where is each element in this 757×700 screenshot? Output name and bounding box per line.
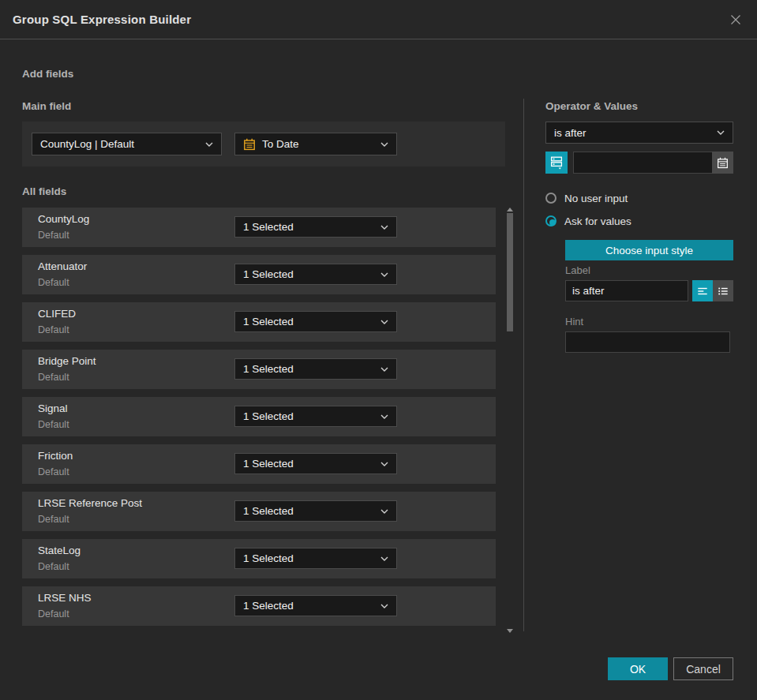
- field-subtitle: Default: [38, 561, 69, 572]
- list-input-style-button[interactable]: [713, 280, 733, 301]
- calendar-icon: [243, 138, 256, 151]
- value-row: [545, 152, 733, 174]
- chevron-down-icon: [380, 604, 388, 608]
- user-input-radio-group: No user input Ask for values: [545, 190, 733, 236]
- value-source-button[interactable]: [545, 152, 568, 174]
- chevron-down-icon: [380, 225, 388, 230]
- field-name: Signal: [38, 402, 68, 414]
- field-values-select[interactable]: 1 Selected: [234, 595, 397, 616]
- dialog-header: Group SQL Expression Builder: [0, 0, 757, 39]
- field-values-select[interactable]: 1 Selected: [234, 406, 397, 427]
- field-values-select[interactable]: 1 Selected: [234, 453, 397, 474]
- chevron-down-icon: [380, 414, 388, 419]
- field-subtitle: Default: [38, 324, 69, 335]
- field-values-select-value: 1 Selected: [243, 600, 294, 612]
- field-values-select-value: 1 Selected: [243, 458, 294, 470]
- field-values-select[interactable]: 1 Selected: [234, 311, 397, 332]
- field-row: LRSE NHS Default 1 Selected: [22, 586, 496, 626]
- choose-input-style-button[interactable]: Choose input style: [565, 240, 733, 260]
- all-fields-list: CountyLog Default 1 Selected Attenuator …: [22, 208, 496, 634]
- label-input[interactable]: [565, 280, 688, 301]
- group-sql-expression-builder-dialog: Group SQL Expression Builder Add fields …: [0, 0, 757, 700]
- stacked-values-icon: [550, 155, 563, 170]
- ok-button[interactable]: OK: [608, 657, 668, 680]
- field-values-select[interactable]: 1 Selected: [234, 358, 397, 380]
- main-field-select-value: CountyLog | Default: [40, 138, 134, 150]
- radio-icon: [545, 215, 557, 226]
- field-row: Bridge Point Default 1 Selected: [22, 350, 496, 389]
- field-subtitle: Default: [38, 419, 69, 430]
- scrollbar-thumb[interactable]: [507, 213, 513, 331]
- close-icon[interactable]: [727, 11, 744, 28]
- scroll-up-arrow-icon[interactable]: [507, 208, 513, 211]
- single-input-style-button[interactable]: [692, 280, 713, 301]
- cancel-button[interactable]: Cancel: [673, 657, 733, 680]
- field-values-select-value: 1 Selected: [243, 268, 294, 280]
- field-subtitle: Default: [38, 608, 69, 620]
- field-values-select-value: 1 Selected: [243, 221, 294, 233]
- field-name: StateLog: [38, 545, 81, 556]
- field-subtitle: Default: [38, 514, 69, 525]
- field-subtitle: Default: [38, 230, 69, 241]
- radio-label: Ask for values: [564, 215, 631, 227]
- operator-values-heading: Operator & Values: [545, 100, 638, 112]
- radio-ask-for-values[interactable]: Ask for values: [545, 213, 733, 229]
- field-row: Attenuator Default 1 Selected: [22, 255, 496, 294]
- field-values-select-value: 1 Selected: [243, 363, 294, 375]
- scroll-down-arrow-icon[interactable]: [507, 629, 513, 633]
- field-name: CountyLog: [38, 213, 89, 225]
- value-input[interactable]: [573, 152, 733, 174]
- dialog-title: Group SQL Expression Builder: [13, 13, 191, 26]
- panel-divider: [523, 99, 524, 631]
- chevron-down-icon: [380, 509, 388, 514]
- field-values-select[interactable]: 1 Selected: [234, 264, 397, 285]
- add-fields-heading: Add fields: [22, 68, 73, 80]
- field-row: StateLog Default 1 Selected: [22, 539, 496, 578]
- chevron-down-icon: [380, 142, 388, 147]
- radio-no-user-input[interactable]: No user input: [545, 190, 733, 206]
- chevron-down-icon: [380, 556, 388, 561]
- field-values-select-value: 1 Selected: [243, 410, 294, 422]
- operator-select[interactable]: is after: [545, 122, 733, 144]
- field-name: LRSE NHS: [38, 592, 92, 604]
- field-name: Bridge Point: [38, 355, 96, 367]
- field-values-select[interactable]: 1 Selected: [234, 548, 397, 569]
- chevron-down-icon: [380, 367, 388, 372]
- field-name: Attenuator: [38, 260, 87, 272]
- radio-icon: [545, 193, 557, 204]
- calendar-icon: [717, 157, 729, 169]
- field-row: Signal Default 1 Selected: [22, 397, 496, 436]
- hint-input[interactable]: [565, 331, 730, 353]
- field-row: LRSE Reference Post Default 1 Selected: [22, 492, 496, 531]
- field-values-select[interactable]: 1 Selected: [234, 216, 397, 238]
- field-subtitle: Default: [38, 466, 69, 477]
- field-name: Friction: [38, 450, 73, 462]
- field-name: LRSE Reference Post: [38, 497, 142, 509]
- radio-label: No user input: [564, 193, 628, 204]
- main-field-select[interactable]: CountyLog | Default: [32, 133, 222, 155]
- bullet-list-icon: [718, 286, 729, 297]
- field-values-select-value: 1 Selected: [243, 552, 294, 564]
- value-input-wrap: [573, 152, 733, 174]
- main-field-type-select[interactable]: To Date: [234, 133, 397, 155]
- field-row: CountyLog Default 1 Selected: [22, 208, 496, 247]
- label-field-label: Label: [565, 264, 590, 276]
- all-fields-heading: All fields: [22, 185, 66, 197]
- label-row: [565, 280, 733, 301]
- scrollbar[interactable]: [505, 206, 515, 636]
- date-picker-button[interactable]: [712, 152, 733, 174]
- hint-field-label: Hint: [565, 316, 583, 328]
- chevron-down-icon: [717, 130, 725, 135]
- main-field-container: CountyLog | Default To Date: [22, 122, 505, 167]
- chevron-down-icon: [380, 320, 388, 324]
- field-values-select-value: 1 Selected: [243, 316, 294, 328]
- align-left-icon: [697, 286, 708, 297]
- field-name: CLIFED: [38, 308, 76, 320]
- chevron-down-icon: [205, 142, 213, 147]
- field-values-select[interactable]: 1 Selected: [234, 500, 397, 522]
- main-field-heading: Main field: [22, 100, 71, 112]
- chevron-down-icon: [380, 272, 388, 277]
- field-row: CLIFED Default 1 Selected: [22, 302, 496, 342]
- field-subtitle: Default: [38, 277, 69, 288]
- field-values-select-value: 1 Selected: [243, 505, 294, 517]
